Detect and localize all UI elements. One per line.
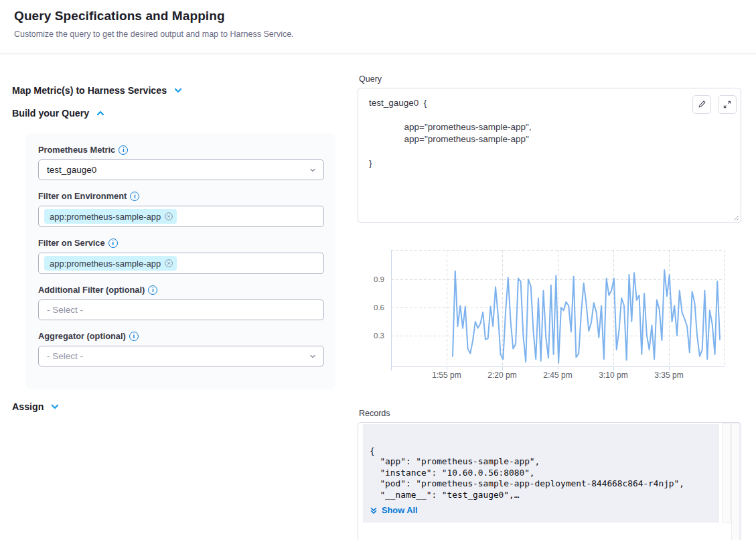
chevron-down-icon (309, 352, 317, 362)
header-divider (0, 54, 756, 54)
record-card: { "app": "prometheus-sample-app", "insta… (363, 424, 719, 523)
section-map-metrics[interactable]: Map Metric(s) to Harness Services (12, 85, 183, 96)
filter-service-label: Filter on Service (38, 238, 105, 248)
chevron-down-icon (173, 86, 183, 95)
chevron-down-icon (50, 402, 60, 411)
placeholder-text: - Select - (47, 305, 83, 315)
field-aggregator: Aggregator (optional) i - Select - (38, 331, 323, 366)
prometheus-metric-label: Prometheus Metric (38, 145, 115, 155)
field-prometheus-metric: Prometheus Metric i test_gauge0 (38, 145, 323, 180)
double-chevron-down-icon (370, 507, 378, 515)
pencil-icon (697, 100, 706, 109)
record-json: { "app": "prometheus-sample-app", "insta… (363, 424, 719, 500)
info-icon[interactable]: i (119, 145, 128, 155)
x-tick-label: 3:35 pm (654, 370, 683, 380)
resize-handle-icon[interactable] (731, 213, 739, 221)
section-build-query[interactable]: Build your Query (12, 108, 105, 119)
chip-label: app:prometheus-sample-app (50, 212, 161, 222)
records-scrollbar[interactable] (731, 423, 740, 540)
remove-chip-icon[interactable] (164, 212, 173, 221)
service-filter-chip: app:prometheus-sample-app (44, 256, 177, 271)
fullscreen-icon (723, 100, 732, 109)
x-tick-label: 2:20 pm (487, 370, 516, 380)
filter-environment-label: Filter on Environment (38, 191, 127, 201)
y-tick-label: 0.6 (374, 303, 384, 312)
chevron-up-icon (96, 109, 105, 118)
info-icon[interactable]: i (130, 192, 139, 201)
info-icon[interactable]: i (148, 285, 157, 295)
query-editor[interactable]: test_gauge0 { app="prometheus-sample-app… (358, 88, 741, 223)
x-tick-label: 3:10 pm (599, 370, 627, 380)
section-assign-label: Assign (12, 401, 44, 412)
environment-filter-chip: app:prometheus-sample-app (44, 209, 177, 224)
filter-environment-input[interactable]: app:prometheus-sample-app (38, 206, 324, 227)
additional-filter-input[interactable]: - Select - (38, 299, 324, 320)
page-title: Query Specifications and Mapping (14, 9, 225, 23)
query-code: test_gauge0 { app="prometheus-sample-app… (369, 97, 532, 170)
aggregator-label: Aggregator (optional) (38, 331, 126, 341)
x-tick-label: 2:45 pm (543, 370, 572, 380)
aggregator-select[interactable]: - Select - (38, 346, 324, 366)
info-icon[interactable]: i (129, 332, 139, 341)
field-additional-filter: Additional Filter (optional) i - Select … (38, 285, 323, 320)
section-map-metrics-label: Map Metric(s) to Harness Services (12, 85, 167, 96)
build-query-form: Prometheus Metric i test_gauge0 Filter o… (25, 133, 335, 389)
metric-preview-chart: 0.9 0.6 0.3 1:55 pm 2:20 pm 2:45 pm 3:10… (358, 245, 741, 382)
query-panel-label: Query (359, 74, 382, 84)
chip-label: app:prometheus-sample-app (50, 259, 161, 269)
section-assign[interactable]: Assign (12, 401, 60, 412)
placeholder-text: - Select - (47, 351, 83, 361)
query-specifications-page: Query Specifications and Mapping Customi… (0, 0, 756, 540)
show-all-label: Show All (382, 505, 418, 515)
x-tick-label: 1:55 pm (432, 370, 461, 380)
field-filter-service: Filter on Service i app:prometheus-sampl… (38, 238, 323, 274)
field-filter-environment: Filter on Environment i app:prometheus-s… (38, 191, 323, 227)
y-tick-label: 0.9 (374, 275, 384, 283)
prometheus-metric-value: test_gauge0 (47, 165, 96, 175)
edit-query-button[interactable] (692, 95, 711, 114)
metric-series-line (453, 270, 720, 363)
section-build-query-label: Build your Query (12, 108, 89, 119)
record-card-scrollbar[interactable] (722, 423, 731, 523)
line-chart: 0.9 0.6 0.3 1:55 pm 2:20 pm 2:45 pm 3:10… (358, 245, 741, 382)
prometheus-metric-select[interactable]: test_gauge0 (38, 159, 324, 180)
filter-service-input[interactable]: app:prometheus-sample-app (38, 253, 324, 274)
info-icon[interactable]: i (108, 239, 118, 248)
remove-chip-icon[interactable] (164, 259, 173, 268)
expand-query-button[interactable] (718, 95, 737, 114)
additional-filter-label: Additional Filter (optional) (38, 285, 145, 295)
records-panel-label: Records (359, 409, 390, 418)
page-subtitle: Customize the query to get the desired o… (14, 29, 294, 39)
show-all-button[interactable]: Show All (370, 505, 418, 515)
records-viewer: { "app": "prometheus-sample-app", "insta… (358, 422, 741, 540)
y-tick-label: 0.3 (374, 332, 384, 340)
chevron-down-icon (309, 166, 317, 176)
